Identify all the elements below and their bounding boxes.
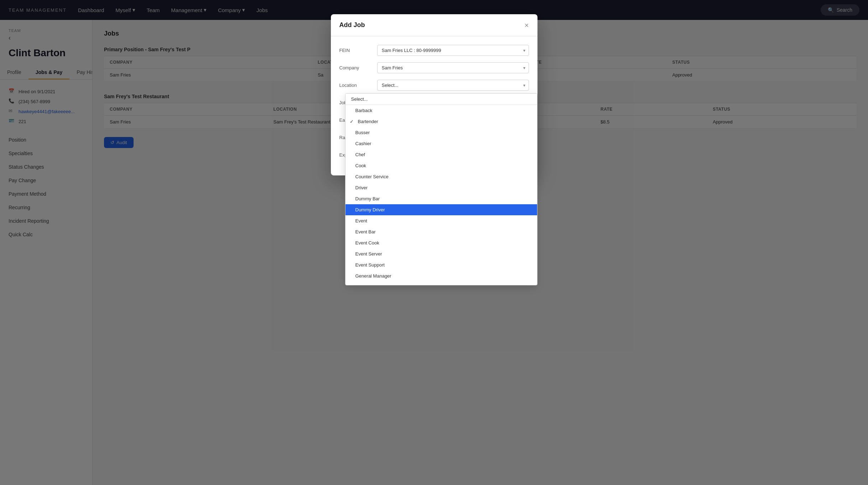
dropdown-item-busser[interactable]: Busser xyxy=(345,127,537,138)
dropdown-item-event[interactable]: Event xyxy=(345,215,537,226)
dropdown-item-event-bar[interactable]: Event Bar xyxy=(345,226,537,237)
fein-select[interactable]: Sam Fries LLC : 80-9999999 xyxy=(377,45,529,56)
company-row: Company Sam Fries ▾ xyxy=(339,62,529,73)
modal-header: Add Job × xyxy=(331,14,537,36)
dropdown-item-event-support[interactable]: Event Support xyxy=(345,259,537,270)
dropdown-item-driver[interactable]: Driver xyxy=(345,182,537,193)
dropdown-item-cook[interactable]: Cook xyxy=(345,160,537,171)
dropdown-item-event-server[interactable]: Event Server xyxy=(345,248,537,259)
dropdown-item-general-manager[interactable]: General Manager xyxy=(345,270,537,281)
dropdown-item-event-cook[interactable]: Event Cook xyxy=(345,237,537,248)
dropdown-item-chef[interactable]: Chef xyxy=(345,149,537,160)
dropdown-item-dummy-driver[interactable]: Dummy Driver xyxy=(345,204,537,215)
add-job-modal: Add Job × FEIN Sam Fries LLC : 80-999999… xyxy=(331,14,537,175)
dropdown-item-cashier[interactable]: Cashier xyxy=(345,138,537,149)
fein-row: FEIN Sam Fries LLC : 80-9999999 ▾ xyxy=(339,45,529,56)
job-dropdown-list[interactable]: Select... Barback Bartender Busser Cashi… xyxy=(345,93,537,285)
modal-body: FEIN Sam Fries LLC : 80-9999999 ▾ Compan… xyxy=(331,36,537,175)
location-row: Location Select... ▾ Select... Barback B… xyxy=(339,80,529,91)
location-select-wrapper: Select... ▾ Select... Barback Bartender … xyxy=(377,80,529,91)
dropdown-item-bartender[interactable]: Bartender xyxy=(345,116,537,127)
dropdown-item-barback[interactable]: Barback xyxy=(345,105,537,116)
modal-overlay[interactable]: Add Job × FEIN Sam Fries LLC : 80-999999… xyxy=(0,0,868,485)
location-label: Location xyxy=(339,80,371,88)
dropdown-item-counter-service[interactable]: Counter Service xyxy=(345,171,537,182)
company-label: Company xyxy=(339,62,371,70)
dropdown-item-host[interactable]: Host xyxy=(345,281,537,285)
company-select[interactable]: Sam Fries xyxy=(377,62,529,73)
fein-label: FEIN xyxy=(339,45,371,53)
location-select[interactable]: Select... xyxy=(377,80,529,91)
dropdown-item-dummy-bar[interactable]: Dummy Bar xyxy=(345,193,537,204)
dropdown-select-option[interactable]: Select... xyxy=(345,94,537,105)
modal-title: Add Job xyxy=(339,21,365,29)
modal-close-button[interactable]: × xyxy=(525,22,529,29)
company-select-wrapper: Sam Fries ▾ xyxy=(377,62,529,73)
fein-select-wrapper: Sam Fries LLC : 80-9999999 ▾ xyxy=(377,45,529,56)
